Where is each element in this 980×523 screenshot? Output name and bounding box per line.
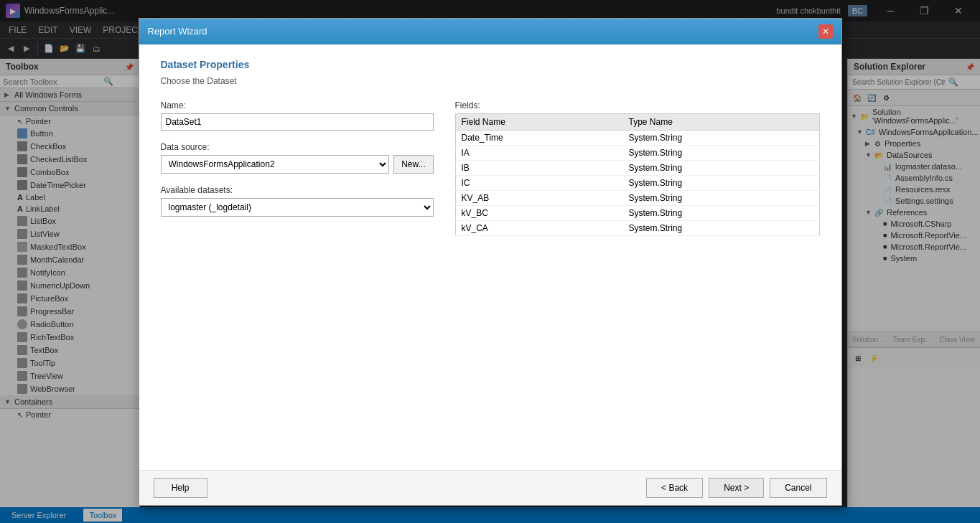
dialog-title-bar: Report Wizard ✕ (139, 19, 841, 44)
dialog-body: Dataset Properties Choose the Dataset Na… (139, 44, 841, 470)
datasource-form-group: Data source: WindowsFormsApplication2 Ne… (161, 142, 434, 174)
type-name-cell: System.String (622, 130, 819, 145)
datasource-label: Data source: (161, 142, 434, 152)
dialog-content: Name: Data source: WindowsFormsApplicati… (161, 100, 820, 236)
dataset-name-input[interactable] (161, 113, 434, 131)
table-row[interactable]: kV_CA System.String (455, 220, 819, 235)
field-name-cell: kV_CA (455, 220, 622, 235)
new-datasource-button[interactable]: New... (393, 155, 433, 174)
field-name-cell: KV_AB (455, 190, 622, 205)
type-name-cell: System.String (622, 160, 819, 175)
next-button[interactable]: Next > (709, 478, 764, 498)
fields-table: Field Name Type Name Date_Time System.St… (455, 113, 820, 236)
table-row[interactable]: KV_AB System.String (455, 190, 819, 205)
field-name-cell: IB (455, 160, 622, 175)
dialog-fields-section: Fields: Field Name Type Name Date_Time S… (455, 100, 820, 236)
cancel-button[interactable]: Cancel (770, 478, 826, 498)
help-button[interactable]: Help (154, 478, 207, 498)
type-name-cell: System.String (622, 205, 819, 220)
field-name-cell: IA (455, 145, 622, 160)
table-row[interactable]: IA System.String (455, 145, 819, 160)
available-datasets-select[interactable]: logmaster (_logdetail) (161, 198, 434, 217)
footer-right: < Back Next > Cancel (646, 478, 826, 498)
field-name-header: Field Name (455, 113, 622, 130)
back-button[interactable]: < Back (646, 478, 703, 498)
type-name-cell: System.String (622, 175, 819, 190)
name-label: Name: (161, 100, 434, 110)
table-row[interactable]: Date_Time System.String (455, 130, 819, 145)
datasource-row: WindowsFormsApplication2 New... (161, 155, 434, 174)
field-name-cell: Date_Time (455, 130, 622, 145)
fields-label: Fields: (455, 100, 820, 110)
modal-overlay: Report Wizard ✕ Dataset Properties Choos… (0, 0, 980, 523)
available-datasets-form-group: Available datasets: logmaster (_logdetai… (161, 185, 434, 217)
field-name-cell: kV_BC (455, 205, 622, 220)
name-form-group: Name: (161, 100, 434, 131)
report-wizard-dialog: Report Wizard ✕ Dataset Properties Choos… (139, 18, 842, 506)
field-name-cell: IC (455, 175, 622, 190)
dialog-title: Report Wizard (148, 26, 207, 37)
table-row[interactable]: kV_BC System.String (455, 205, 819, 220)
footer-left: Help (154, 478, 207, 498)
dialog-close-button[interactable]: ✕ (818, 24, 833, 39)
type-name-cell: System.String (622, 220, 819, 235)
type-name-header: Type Name (622, 113, 819, 130)
table-row[interactable]: IB System.String (455, 160, 819, 175)
datasource-select[interactable]: WindowsFormsApplication2 (161, 155, 390, 174)
dialog-footer: Help < Back Next > Cancel (139, 470, 841, 505)
type-name-cell: System.String (622, 190, 819, 205)
type-name-cell: System.String (622, 145, 819, 160)
table-row[interactable]: IC System.String (455, 175, 819, 190)
dialog-form-section: Name: Data source: WindowsFormsApplicati… (161, 100, 434, 236)
available-datasets-label: Available datasets: (161, 185, 434, 195)
dialog-section-title: Dataset Properties (161, 59, 820, 70)
dialog-subtitle: Choose the Dataset (161, 76, 820, 86)
